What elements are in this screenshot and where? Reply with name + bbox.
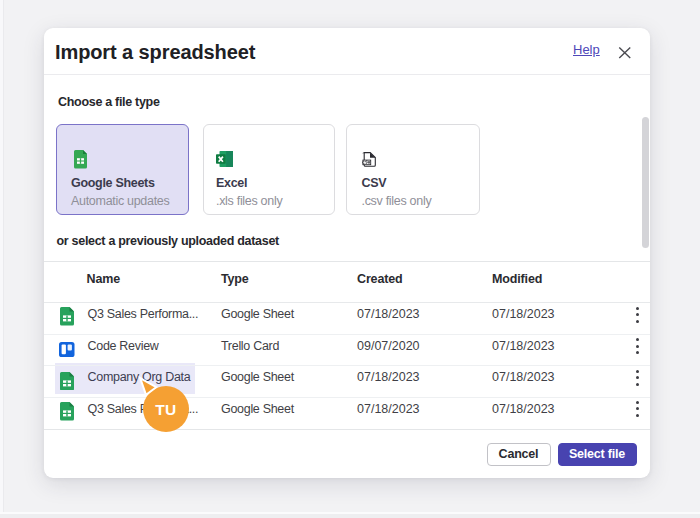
svg-text:TU: TU	[155, 401, 177, 418]
